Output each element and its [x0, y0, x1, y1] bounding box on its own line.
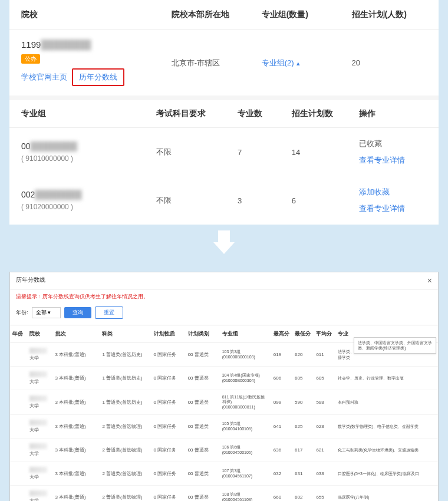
- sub-header-plan: 招生计划数: [292, 108, 360, 119]
- cell-subject: 1 普通类(首选历史): [100, 367, 151, 390]
- group-cell: 002████████ ( 91020000000 ): [21, 190, 156, 211]
- group-row: 002████████ ( 91020000000 ) 不限 3 6 添加收藏 …: [9, 176, 439, 225]
- plan-count: 6: [292, 196, 360, 205]
- cell-min: 590: [292, 390, 314, 415]
- group-id: ( 91020000000 ): [21, 203, 156, 211]
- cell-school: 大学: [27, 367, 53, 390]
- group-code: 00████████: [21, 141, 156, 151]
- cell-plan-type: 00 普通类: [186, 486, 220, 501]
- school-links: 学校官网主页 历年分数线: [21, 68, 172, 86]
- cell-majors: 数学类(数学物理类)、电子信息类、金融学类: [335, 415, 438, 439]
- year-label: 年份:: [16, 309, 28, 317]
- cell-plan-type: 00 普通类: [186, 367, 220, 390]
- major-count: 7: [238, 148, 292, 157]
- official-site-link[interactable]: 学校官网主页: [21, 72, 67, 83]
- cell-plan-nature: 0 国家任务: [151, 367, 186, 390]
- cell-group: 108 第8组(010004561108): [220, 486, 271, 501]
- group-count-toggle[interactable]: 专业组(2): [262, 58, 352, 68]
- cell-group: 811 第11组(少数民族预科班)(010000B000811): [220, 390, 271, 415]
- cell-subject: 1 普通类(首选历史): [100, 390, 151, 415]
- search-button[interactable]: 查询: [64, 307, 91, 318]
- cell-batch: 3 本科批(普通): [53, 486, 100, 501]
- cell-subject: 2 普通类(首选物理): [100, 462, 151, 486]
- requirement: 不限: [156, 195, 238, 206]
- group-table-header: 专业组 考试科目要求 专业数 招生计划数 操作: [9, 100, 439, 128]
- cell-min: 631: [292, 462, 314, 486]
- table-header: 最高分: [271, 325, 292, 343]
- cell-avg: 611: [314, 343, 335, 367]
- cell-group: 103 第3组(010000B000103): [220, 343, 271, 367]
- cell-min: 602: [292, 486, 314, 501]
- favorite-action: 已收藏: [359, 139, 382, 149]
- major-count: 3: [238, 196, 292, 205]
- cell-plan-type: 00 普通类: [186, 415, 220, 439]
- cell-min: 617: [292, 439, 314, 462]
- cell-batch: 3 本科批(普通): [53, 390, 100, 415]
- cell-avg: 605: [314, 367, 335, 390]
- cell-majors: 口腔医学(5+3一体化)、临床医学类(临床及口: [335, 462, 438, 486]
- cell-plan-nature: 0 国家任务: [151, 390, 186, 415]
- detail-link[interactable]: 查看专业详情: [359, 155, 405, 166]
- table-row: 大学 3 本科批(普通) 2 普通类(首选物理) 0 国家任务 00 普通类 1…: [10, 486, 438, 501]
- favorite-action[interactable]: 添加收藏: [359, 187, 390, 197]
- table-header: 计划类别: [186, 325, 220, 343]
- modal-title: 历年分数线: [16, 276, 45, 285]
- cell-year: [10, 462, 27, 486]
- year-select[interactable]: 全部 ▾: [32, 307, 61, 318]
- cell-avg: 598: [314, 390, 335, 415]
- header-school: 院校: [21, 9, 172, 20]
- warning-text: 温馨提示：历年分数线查询仅供考生了解往年情况之用。: [10, 289, 438, 304]
- group-cell: 00████████ ( 91010000000 ): [21, 141, 156, 163]
- modal-header: 历年分数线 ×: [10, 272, 438, 289]
- table-header: 最低分: [292, 325, 314, 343]
- table-header: 计划性质: [151, 325, 186, 343]
- sub-header-req: 考试科目要求: [156, 108, 238, 119]
- cell-max: 099: [271, 390, 292, 415]
- table-row: 大学 3 本科批(普通) 1 普通类(首选历史) 0 国家任务 00 普通类 8…: [10, 390, 438, 415]
- cell-batch: 3 本科批(普通): [53, 462, 100, 486]
- table-header: 平均分: [314, 325, 335, 343]
- header-groups: 专业组(数量): [262, 9, 352, 20]
- cell-school: 大学: [27, 390, 53, 415]
- cell-max: 632: [271, 462, 292, 486]
- main-table-header: 院校 院校本部所在地 专业组(数量) 招生计划(人数): [9, 0, 439, 30]
- cell-group: 106 第6组(010004500106): [220, 439, 271, 462]
- cell-plan-type: 00 普通类: [186, 462, 220, 486]
- cell-batch: 3 本科批(普通): [53, 439, 100, 462]
- cell-subject: 1 普通类(首选历史): [100, 343, 151, 367]
- score-history-link[interactable]: 历年分数线: [72, 68, 124, 86]
- school-row: 1199████████ 公办 学校官网主页 历年分数线 北京市-市辖区 专业组…: [9, 30, 439, 100]
- cell-group: 304 第4组(国家专项)(010000B000304): [220, 367, 271, 390]
- cell-year: [10, 390, 27, 415]
- reset-button[interactable]: 重置: [95, 306, 123, 319]
- close-icon[interactable]: ×: [427, 276, 432, 285]
- cell-subject: 2 普通类(首选物理): [100, 439, 151, 462]
- cell-year: [10, 439, 27, 462]
- action-cell: 已收藏 查看专业详情: [359, 139, 427, 166]
- table-row: 大学 3 本科批(普通) 1 普通类(首选历史) 0 国家任务 00 普通类 3…: [10, 367, 438, 390]
- sub-header-action: 操作: [359, 108, 427, 119]
- table-row: 大学 3 本科批(普通) 2 普通类(首选物理) 0 国家任务 00 普通类 1…: [10, 415, 438, 439]
- plan-count: 20: [352, 58, 427, 67]
- cell-majors: 化工与制药类(化学生物环境类)、交通运输类: [335, 439, 438, 462]
- cell-batch: 3 本科批(普通): [53, 343, 100, 367]
- cell-plan-nature: 0 国家任务: [151, 415, 186, 439]
- cell-year: [10, 367, 27, 390]
- cell-year: [10, 343, 27, 367]
- cell-plan-type: 00 普通类: [186, 343, 220, 367]
- cell-max: 636: [271, 439, 292, 462]
- cell-avg: 628: [314, 415, 335, 439]
- group-id: ( 91010000000 ): [21, 154, 156, 163]
- cell-school: 大学: [27, 486, 53, 501]
- cell-school: 大学: [27, 415, 53, 439]
- cell-majors: 本科预科班: [335, 390, 438, 415]
- cell-school: 大学: [27, 439, 53, 462]
- table-row: 大学 3 本科批(普通) 2 普通类(首选物理) 0 国家任务 00 普通类 1…: [10, 439, 438, 462]
- action-cell: 添加收藏 查看专业详情: [359, 187, 427, 214]
- cell-subject: 2 普通类(首选物理): [100, 415, 151, 439]
- detail-link[interactable]: 查看专业详情: [359, 203, 405, 214]
- cell-plan-nature: 0 国家任务: [151, 439, 186, 462]
- cell-group: 107 第7组(010004561107): [220, 462, 271, 486]
- cell-plan-nature: 0 国家任务: [151, 343, 186, 367]
- cell-majors: 社会学、历史、行政管理、数字出版: [335, 367, 438, 390]
